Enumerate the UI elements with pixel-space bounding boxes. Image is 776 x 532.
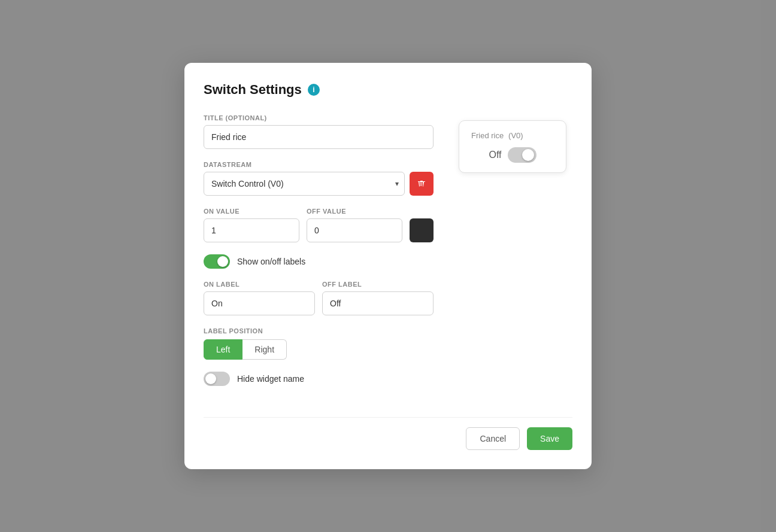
save-button[interactable]: Save	[527, 427, 572, 450]
datastream-row: Switch Control (V0) ▾	[204, 172, 434, 196]
preview-widget-title: Fried rice (V0)	[471, 130, 554, 140]
label-position-label: LABEL POSITION	[204, 327, 434, 335]
datastream-field-group: Datastream Switch Control (V0) ▾	[204, 161, 434, 196]
off-value-input[interactable]	[307, 218, 402, 242]
modal-title: Switch Settings	[204, 82, 302, 98]
modal-header: Switch Settings i	[204, 82, 572, 98]
values-row: ON VALUE OFF VALUE	[204, 208, 434, 242]
position-right-button[interactable]: Right	[242, 339, 287, 360]
preview-toggle-thumb	[522, 149, 534, 161]
off-label-group: OFF LABEL	[322, 281, 434, 315]
hide-widget-slider	[204, 372, 230, 386]
label-position-section: LABEL POSITION Left Right	[204, 327, 434, 360]
off-value-group: OFF VALUE	[307, 208, 402, 242]
hide-widget-toggle[interactable]	[204, 372, 230, 386]
hide-widget-toggle-row: Hide widget name	[204, 372, 434, 386]
datastream-select-wrapper: Switch Control (V0) ▾	[204, 172, 405, 196]
delete-datastream-button[interactable]	[410, 172, 434, 196]
on-off-labels-row: ON LABEL OFF LABEL	[204, 281, 434, 315]
off-value-label: OFF VALUE	[307, 208, 402, 215]
show-labels-toggle[interactable]	[204, 254, 230, 269]
show-labels-text: Show on/off labels	[237, 257, 305, 266]
preview-section: Fried rice (V0) Off	[453, 114, 572, 398]
show-labels-slider	[204, 254, 230, 269]
trash-icon	[417, 179, 426, 189]
datastream-label: Datastream	[204, 161, 434, 168]
color-swatch-button[interactable]	[410, 218, 434, 242]
title-field-group: TITLE (OPTIONAL)	[204, 114, 434, 149]
info-icon[interactable]: i	[308, 84, 320, 96]
label-position-btn-group: Left Right	[204, 339, 434, 360]
off-label-input[interactable]	[322, 291, 434, 315]
preview-widget: Fried rice (V0) Off	[459, 120, 566, 173]
form-section: TITLE (OPTIONAL) Datastream Switch Contr…	[204, 114, 434, 398]
on-value-input[interactable]	[204, 218, 299, 242]
hide-widget-text: Hide widget name	[237, 374, 304, 384]
show-labels-toggle-row: Show on/off labels	[204, 254, 434, 269]
cancel-button[interactable]: Cancel	[466, 427, 520, 450]
title-input[interactable]	[204, 125, 434, 149]
modal-footer: Cancel Save	[204, 417, 572, 450]
preview-toggle	[508, 147, 536, 163]
on-label-group: ON LABEL	[204, 281, 315, 315]
on-value-label: ON VALUE	[204, 208, 299, 215]
title-label: TITLE (OPTIONAL)	[204, 114, 434, 121]
position-left-button[interactable]: Left	[204, 339, 242, 360]
on-label-label: ON LABEL	[204, 281, 315, 288]
datastream-select[interactable]: Switch Control (V0)	[204, 172, 405, 196]
switch-settings-modal: Switch Settings i TITLE (OPTIONAL) Datas…	[184, 63, 592, 469]
on-label-input[interactable]	[204, 291, 315, 315]
preview-switch-row: Off	[471, 147, 554, 163]
modal-body: TITLE (OPTIONAL) Datastream Switch Contr…	[204, 114, 572, 398]
modal-backdrop: Switch Settings i TITLE (OPTIONAL) Datas…	[0, 0, 776, 532]
preview-off-label: Off	[489, 150, 501, 160]
on-value-group: ON VALUE	[204, 208, 299, 242]
off-label-label: OFF LABEL	[322, 281, 434, 288]
